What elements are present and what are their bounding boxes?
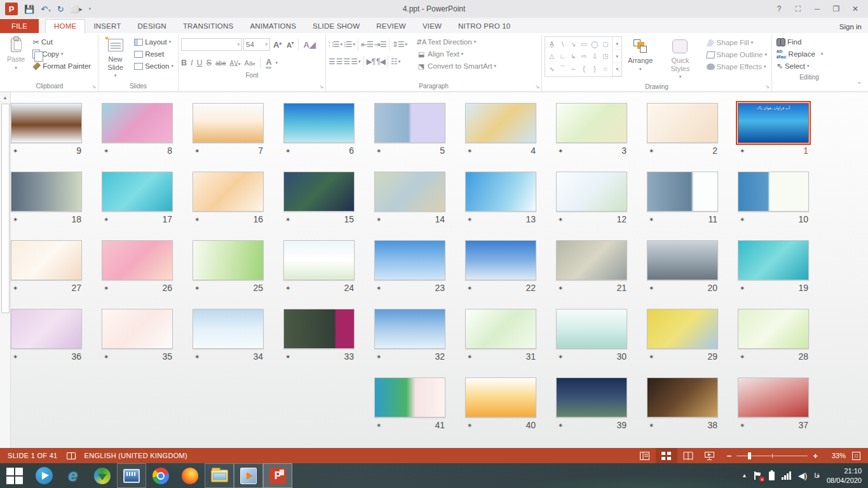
save-icon[interactable]: 💾 [24, 4, 34, 14]
telegram-icon[interactable] [29, 463, 58, 488]
section-button[interactable]: Section▾ [132, 60, 175, 72]
underline-button[interactable]: U [197, 58, 203, 67]
zoom-slider[interactable] [736, 456, 808, 456]
sign-in-link[interactable]: Sign in [839, 23, 862, 30]
shape-fill-button[interactable]: Shape Fill▾ [705, 37, 769, 48]
slide-thumbnail-3[interactable] [556, 103, 627, 143]
slide-thumbnail-19[interactable] [738, 240, 809, 280]
powerpoint-app-icon[interactable]: P [5, 3, 18, 15]
slide-sorter-view-button[interactable] [656, 448, 677, 463]
align-left-icon[interactable]: ☰ [329, 57, 335, 66]
slide-thumbnail-26[interactable] [102, 240, 173, 280]
justify-icon[interactable]: ☰ [351, 57, 357, 66]
snip-corner-icon[interactable]: ◳ [602, 53, 608, 60]
spell-check-icon[interactable] [67, 452, 76, 459]
change-case-button[interactable]: Aa▾ [244, 59, 255, 67]
firefox-icon[interactable] [175, 463, 205, 488]
text-shadow-button[interactable]: S [207, 58, 212, 67]
start-button[interactable] [0, 463, 29, 488]
media-player-icon[interactable] [234, 463, 263, 488]
slide-thumbnail-16[interactable] [193, 172, 264, 212]
scribble-icon[interactable]: ∿ [549, 65, 554, 72]
redo-icon[interactable]: ↻ [57, 4, 64, 14]
arrange-button[interactable]: Arrange▾ [625, 35, 656, 74]
star-icon[interactable]: ☆ [602, 65, 608, 72]
left-brace-icon[interactable]: { [583, 65, 585, 72]
curve-icon[interactable]: ∼ [571, 65, 576, 72]
shape-effects-button[interactable]: Shape Effects▾ [705, 61, 769, 72]
font-size-combobox[interactable]: 54▾ [243, 38, 270, 51]
slide-thumbnail-28[interactable] [738, 309, 809, 349]
battery-icon[interactable] [769, 471, 775, 480]
slide-thumbnail-17[interactable] [102, 172, 173, 212]
copy-button[interactable]: Copy▾ [31, 48, 93, 60]
bullets-icon[interactable]: ∷☰ [329, 40, 339, 49]
scroll-up-icon[interactable]: ▲ [0, 92, 10, 103]
reset-button[interactable]: Reset [132, 48, 175, 60]
file-explorer-icon[interactable] [205, 463, 234, 488]
restore-button[interactable]: ❐ [827, 2, 845, 16]
powerpoint-icon[interactable]: P [263, 463, 292, 488]
help-icon[interactable]: ? [770, 2, 788, 16]
close-button[interactable]: ✕ [846, 2, 864, 16]
language-status[interactable]: ENGLISH (UNITED KINGDOM) [85, 452, 187, 459]
network-signal-icon[interactable] [782, 471, 791, 480]
scrollbar-thumb[interactable] [1, 104, 10, 313]
tab-design[interactable]: DESIGN [130, 20, 175, 33]
drawing-dialog-launcher-icon[interactable]: ↘ [765, 84, 770, 90]
elbow-connector-icon[interactable]: ∟ [559, 53, 566, 60]
format-painter-button[interactable]: Format Painter [31, 60, 93, 72]
slide-thumbnail-24[interactable] [283, 240, 355, 280]
slide-thumbnail-27[interactable] [11, 240, 82, 280]
slide-thumbnail-37[interactable] [738, 377, 809, 417]
slide-thumbnail-2[interactable] [647, 103, 718, 143]
tab-transitions[interactable]: TRANSITIONS [175, 20, 242, 33]
font-color-button[interactable]: A [266, 58, 271, 69]
chrome-icon[interactable] [146, 463, 175, 488]
slide-thumbnail-15[interactable] [283, 172, 355, 212]
slide-thumbnail-22[interactable] [465, 240, 536, 280]
layout-button[interactable]: Layout▾ [132, 36, 175, 48]
input-language-indicator[interactable]: فا [814, 471, 820, 480]
slide-thumbnail-7[interactable] [193, 103, 264, 143]
slide-thumbnail-35[interactable] [102, 309, 173, 349]
numbering-icon[interactable]: ⁝☰ [344, 40, 352, 49]
start-from-beginning-icon[interactable]: ⬜▸ [71, 5, 83, 13]
slide-thumbnail-8[interactable] [102, 103, 173, 143]
increase-font-size-icon[interactable]: A▴ [271, 40, 283, 50]
arc-icon[interactable]: ⌒ [559, 64, 566, 73]
line-icon[interactable]: ∖ [560, 41, 564, 48]
right-arrow-icon[interactable]: ⇨ [581, 53, 587, 60]
slide-thumbnail-10[interactable] [738, 172, 809, 212]
bold-button[interactable]: B [181, 58, 187, 67]
slide-thumbnail-13[interactable] [465, 172, 536, 212]
slide-thumbnail-1[interactable]: آب فراوان ،هوای پاک [738, 103, 809, 143]
fit-slide-to-window-icon[interactable] [852, 452, 860, 460]
slide-thumbnail-18[interactable] [11, 172, 82, 212]
taskbar-clock[interactable]: 21:10 08/04/2020 [827, 466, 862, 485]
shape-gallery[interactable]: A̳∖↘▭◯▢△∟↳⇨⇩◳∿⌒∼{}☆ ▲ ▼ ▼̲ [545, 36, 622, 77]
find-button[interactable]: Find [775, 36, 844, 48]
slide-thumbnail-31[interactable] [465, 309, 536, 349]
align-center-icon[interactable]: ☰ [336, 57, 342, 66]
reading-view-button[interactable] [677, 448, 699, 463]
slide-counter[interactable]: SLIDE 1 OF 41 [8, 452, 58, 459]
slide-thumbnail-12[interactable] [556, 172, 627, 212]
shape-gallery-scrollbar[interactable]: ▲ ▼ ▼̲ [612, 37, 621, 76]
slide-show-button[interactable] [699, 448, 721, 463]
font-name-combobox[interactable]: ▾ [181, 38, 242, 51]
action-center-flag-icon[interactable]: ✕ [754, 471, 762, 480]
line-spacing-icon[interactable]: ⇕☰ [392, 40, 404, 49]
clear-formatting-icon[interactable]: A◢ [301, 40, 317, 50]
undo-icon[interactable]: ↶▾ [41, 4, 50, 14]
tab-slide-show[interactable]: SLIDE SHOW [304, 20, 368, 33]
columns-icon[interactable]: ☷ [391, 57, 397, 66]
new-slide-button[interactable]: New Slide▾ [101, 35, 130, 80]
slide-thumbnail-40[interactable] [465, 377, 536, 417]
down-arrow-icon[interactable]: ⇩ [592, 53, 597, 60]
zoom-out-icon[interactable]: − [727, 451, 732, 461]
slide-thumbnail-32[interactable] [374, 309, 445, 349]
right-brace-icon[interactable]: } [593, 65, 595, 72]
vertical-scrollbar[interactable]: ▲ [0, 92, 11, 448]
decrease-font-size-icon[interactable]: A▾ [285, 41, 295, 49]
